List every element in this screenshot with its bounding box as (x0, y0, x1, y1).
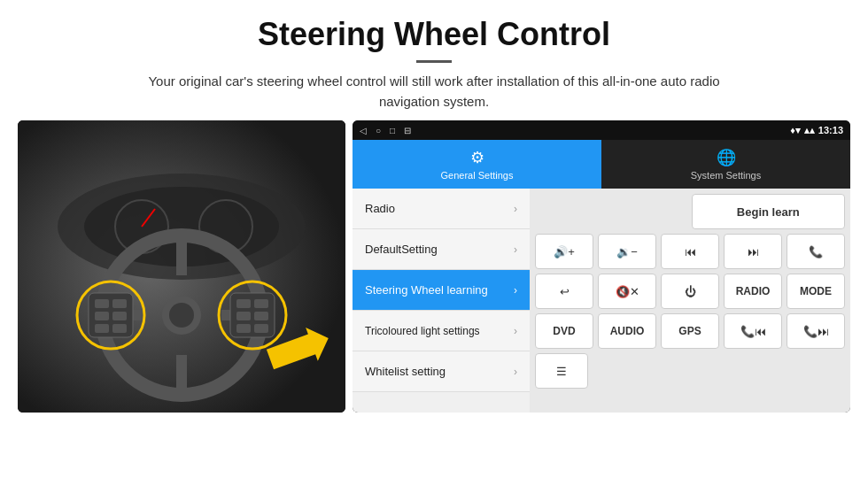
mute-icon: 🔇✕ (616, 285, 639, 298)
menu-item-radio[interactable]: Radio › (353, 189, 530, 229)
chevron-icon: › (514, 325, 517, 337)
list-button[interactable]: ☰ (535, 353, 588, 389)
header-section: Steering Wheel Control Your original car… (0, 0, 868, 120)
radio-button[interactable]: RADIO (724, 274, 782, 309)
svg-rect-21 (236, 299, 251, 308)
clock: 13:13 (818, 125, 843, 135)
nav-square-icon[interactable]: □ (390, 126, 395, 135)
tab-system[interactable]: 🌐 System Settings (601, 140, 850, 189)
nav-home-icon[interactable]: ○ (376, 126, 381, 135)
svg-rect-22 (254, 299, 268, 308)
svg-rect-17 (112, 312, 127, 320)
menu-list: Radio › DefaultSetting › Steering Wheel … (353, 189, 530, 413)
hang-up-icon: ↩ (560, 285, 570, 298)
tab-general[interactable]: ⚙ General Settings (353, 140, 601, 189)
controls-row-2: 🔊+ 🔉− ⏮ ⏭ 📞 (535, 234, 845, 269)
svg-rect-25 (236, 324, 251, 333)
menu-whitelist-label: Whitelist setting (365, 365, 446, 378)
steering-wheel-svg (18, 120, 345, 413)
wifi-icon: ♦▾ (790, 125, 801, 136)
tab-system-label: System Settings (691, 170, 761, 181)
signal-icon: ▴▴ (804, 125, 815, 136)
page-container: Steering Wheel Control Your original car… (0, 0, 868, 486)
chevron-icon: › (514, 366, 517, 378)
svg-rect-14 (95, 299, 109, 308)
status-bar: ◁ ○ □ ⊟ ♦▾ ▴▴ 13:13 (353, 120, 850, 140)
prev-button[interactable]: ⏮ (661, 234, 719, 269)
page-subtitle: Your original car's steering wheel contr… (124, 72, 744, 112)
controls-row-3: ↩ 🔇✕ ⏻ RADIO MODE (535, 274, 845, 309)
title-divider (416, 60, 452, 63)
status-bar-info: ♦▾ ▴▴ 13:13 (790, 125, 843, 136)
car-image (18, 120, 345, 413)
svg-rect-26 (254, 324, 268, 333)
controls-row-5: ☰ (535, 353, 845, 389)
phone-icon: 📞 (809, 245, 823, 258)
vol-up-button[interactable]: 🔊+ (535, 234, 593, 269)
gps-button[interactable]: GPS (661, 313, 719, 349)
svg-rect-24 (254, 312, 268, 320)
main-panel: Radio › DefaultSetting › Steering Wheel … (353, 189, 850, 413)
next-icon: ⏭ (748, 245, 759, 258)
menu-item-default[interactable]: DefaultSetting › (353, 229, 530, 270)
controls-row-4: DVD AUDIO GPS 📞⏮ 📞⏭ (535, 313, 845, 349)
svg-rect-23 (236, 312, 251, 320)
menu-radio-label: Radio (365, 202, 395, 215)
nav-back-icon[interactable]: ◁ (360, 126, 367, 135)
chevron-icon: › (514, 243, 517, 256)
prev-icon: ⏮ (685, 245, 696, 258)
car-image-bg (18, 120, 345, 413)
tab-general-label: General Settings (441, 170, 514, 181)
begin-learn-button[interactable]: Begin learn (692, 194, 846, 229)
system-settings-icon: 🌐 (717, 148, 736, 167)
content-area: ◁ ○ □ ⊟ ♦▾ ▴▴ 13:13 ⚙ General Settings (0, 120, 868, 486)
vol-down-icon: 🔉− (616, 245, 638, 258)
svg-rect-19 (112, 324, 127, 333)
phone-next-button[interactable]: 📞⏭ (787, 313, 845, 349)
vol-up-icon: 🔊+ (554, 245, 575, 258)
power-button[interactable]: ⏻ (661, 274, 719, 309)
status-bar-nav: ◁ ○ □ ⊟ (360, 126, 411, 135)
menu-steering-label: Steering Wheel learning (365, 283, 488, 297)
menu-tricoloured-label: Tricoloured light settings (365, 325, 480, 337)
menu-item-whitelist[interactable]: Whitelist setting › (353, 351, 530, 392)
svg-rect-15 (112, 299, 127, 308)
phone-next-icon: 📞⏭ (803, 325, 829, 338)
controls-panel: Begin learn 🔊+ 🔉− ⏮ (530, 189, 850, 413)
menu-item-tricoloured[interactable]: Tricoloured light settings › (353, 311, 530, 351)
menu-item-steering[interactable]: Steering Wheel learning › (353, 270, 530, 311)
general-settings-icon: ⚙ (470, 148, 484, 167)
power-icon: ⏻ (685, 285, 696, 298)
svg-point-12 (169, 303, 194, 328)
svg-rect-18 (95, 324, 109, 333)
chevron-icon: › (514, 203, 517, 215)
tab-bar: ⚙ General Settings 🌐 System Settings (353, 140, 850, 189)
phone-prev-button[interactable]: 📞⏮ (724, 313, 782, 349)
mode-button[interactable]: MODE (787, 274, 845, 309)
vol-down-button[interactable]: 🔉− (598, 234, 656, 269)
phone-prev-icon: 📞⏮ (740, 325, 766, 338)
phone-button[interactable]: 📞 (787, 234, 845, 269)
empty-cell (535, 194, 687, 229)
menu-default-label: DefaultSetting (365, 243, 438, 256)
android-ui: ◁ ○ □ ⊟ ♦▾ ▴▴ 13:13 ⚙ General Settings (353, 120, 850, 413)
next-button[interactable]: ⏭ (724, 234, 782, 269)
audio-button[interactable]: AUDIO (598, 313, 656, 349)
chevron-icon: › (514, 284, 517, 297)
nav-cast-icon[interactable]: ⊟ (404, 126, 411, 135)
svg-rect-16 (95, 312, 109, 320)
controls-row-1: Begin learn (535, 194, 845, 229)
page-title: Steering Wheel Control (35, 16, 833, 53)
hang-up-button[interactable]: ↩ (535, 274, 593, 309)
dvd-button[interactable]: DVD (535, 313, 593, 349)
list-icon: ☰ (556, 365, 567, 378)
mute-button[interactable]: 🔇✕ (598, 274, 656, 309)
